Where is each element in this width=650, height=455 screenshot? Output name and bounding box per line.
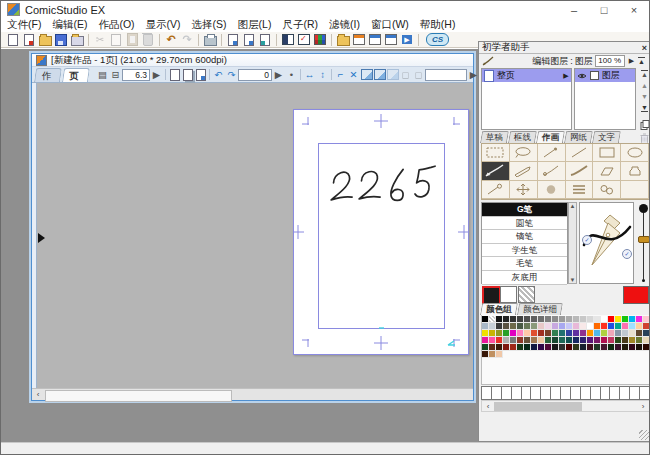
undo-icon[interactable]: ↶ [163, 33, 179, 47]
palette-swatch[interactable] [573, 323, 580, 330]
opacity-menu-icon[interactable]: ▶ [629, 57, 634, 65]
image-view-icon[interactable] [360, 68, 373, 81]
print-icon[interactable] [202, 33, 218, 47]
color-tab-0[interactable]: 颜色组 [480, 303, 518, 315]
pen-item-1[interactable]: 圆笔 [482, 217, 567, 231]
swatch-cell[interactable] [610, 386, 620, 400]
palette-swatch[interactable] [587, 337, 594, 344]
magic-wand-icon[interactable] [538, 144, 566, 162]
visibility-eye-icon[interactable] [577, 72, 587, 80]
swatch-cell[interactable] [601, 386, 611, 400]
palette-swatch[interactable] [531, 323, 538, 330]
slider-handle[interactable] [638, 236, 650, 243]
palette-swatch[interactable] [524, 330, 531, 337]
page-export-icon[interactable] [257, 33, 273, 47]
palette-swatch[interactable] [552, 330, 559, 337]
page-shadow-icon[interactable] [181, 68, 194, 81]
swatch-cell[interactable] [512, 386, 522, 400]
layer-checkbox[interactable] [590, 71, 599, 80]
palette-swatch[interactable] [566, 323, 573, 330]
preview2-icon[interactable]: ◻ [412, 68, 425, 81]
palette-swatch[interactable] [524, 316, 531, 323]
new-document-icon[interactable] [5, 33, 21, 47]
palette-swatch[interactable] [587, 330, 594, 337]
color-settings-icon[interactable] [312, 33, 328, 47]
move-icon[interactable] [510, 181, 538, 199]
flip-vertical-icon[interactable]: ↕ [316, 68, 329, 81]
preview-check-right-icon[interactable]: ✓ [622, 249, 632, 259]
palette-swatch[interactable] [580, 337, 587, 344]
transparent-color-swatch[interactable] [518, 286, 535, 303]
swatch-cell[interactable] [630, 386, 640, 400]
palette-swatch[interactable] [524, 323, 531, 330]
swatch-cell[interactable] [522, 386, 532, 400]
move-down-icon[interactable]: ▼ [641, 93, 648, 100]
palette-swatch[interactable] [510, 337, 517, 344]
palette-swatch[interactable] [524, 337, 531, 344]
swatch-cell[interactable] [571, 386, 581, 400]
comicstudio-badge[interactable]: CS [426, 33, 449, 46]
background-color-swatch[interactable] [500, 286, 517, 303]
palette-swatch[interactable] [601, 344, 608, 351]
menu-item-5[interactable]: 图层(L) [238, 18, 272, 32]
pen-item-5[interactable]: 灰底用 [482, 271, 567, 285]
flip-horizontal-icon[interactable]: ↔ [303, 68, 316, 81]
palette-swatch[interactable] [482, 323, 489, 330]
swatch-cell[interactable] [551, 386, 561, 400]
open-folder-icon[interactable] [37, 33, 53, 47]
maximize-button[interactable]: □ [589, 1, 619, 18]
palette-swatch[interactable] [566, 330, 573, 337]
menu-item-9[interactable]: 帮助(H) [420, 18, 456, 32]
palette-swatch[interactable] [489, 323, 496, 330]
document-title-bar[interactable]: [新建作品 - 1页] (21.00 * 29.70cm 600dpi) [32, 54, 473, 67]
pen-icon[interactable] [482, 162, 510, 180]
undo-icon[interactable]: ↶ [212, 68, 225, 81]
palette-swatch[interactable] [510, 323, 517, 330]
palette-swatch[interactable] [566, 316, 573, 323]
canvas-area[interactable]: 2265 [32, 83, 473, 388]
window-layout-icon[interactable] [351, 33, 367, 47]
palette-swatch[interactable] [531, 316, 538, 323]
copy-icon[interactable] [108, 33, 124, 47]
palette-swatch[interactable] [608, 330, 615, 337]
palette-swatch[interactable] [643, 337, 650, 344]
minimize-button[interactable]: – [559, 1, 589, 18]
page-manager-icon[interactable] [241, 33, 257, 47]
palette-swatch[interactable] [636, 344, 643, 351]
expand-icon[interactable]: ▶ [563, 72, 568, 80]
move-top-icon[interactable]: ▲ [641, 70, 648, 78]
palette-swatch[interactable] [559, 337, 566, 344]
rect-select-icon[interactable] [482, 144, 510, 162]
palette-swatch[interactable] [510, 330, 517, 337]
palette-swatch[interactable] [489, 316, 496, 323]
category-tab-3[interactable]: 网纸 [564, 131, 593, 143]
palette-swatch[interactable] [580, 330, 587, 337]
palette-swatch[interactable] [573, 316, 580, 323]
palette-swatch[interactable] [608, 337, 615, 344]
palette-swatch[interactable] [629, 330, 636, 337]
eraser-icon[interactable] [593, 162, 621, 180]
color-tab-1[interactable]: 颜色详细 [516, 303, 562, 315]
menu-item-3[interactable]: 显示(V) [146, 18, 181, 32]
brush-pen-icon[interactable] [566, 162, 594, 180]
ink-bottle-icon[interactable] [621, 162, 649, 180]
pen-item-3[interactable]: 学生笔 [482, 244, 567, 258]
palette-swatch[interactable] [566, 337, 573, 344]
palette-swatch[interactable] [517, 330, 524, 337]
palette-swatch[interactable] [629, 344, 636, 351]
history-menu-icon[interactable]: ▶ [272, 68, 285, 81]
scroll-left-icon[interactable]: ‹ [482, 402, 494, 411]
palette-swatch[interactable] [552, 344, 559, 351]
palette-swatch[interactable] [545, 330, 552, 337]
rotate-icon[interactable]: ⌐ [334, 68, 347, 81]
category-tab-2[interactable]: 作画 [536, 131, 565, 143]
palette-swatch[interactable] [601, 330, 608, 337]
palette-swatch[interactable] [636, 316, 643, 323]
palette-swatch[interactable] [482, 330, 489, 337]
palette-swatch[interactable] [489, 330, 496, 337]
palette-swatch[interactable] [517, 337, 524, 344]
palette-swatch[interactable] [559, 344, 566, 351]
pen-item-4[interactable]: 毛笔 [482, 257, 567, 271]
swatch-cell[interactable] [591, 386, 601, 400]
palette-swatch[interactable] [545, 323, 552, 330]
